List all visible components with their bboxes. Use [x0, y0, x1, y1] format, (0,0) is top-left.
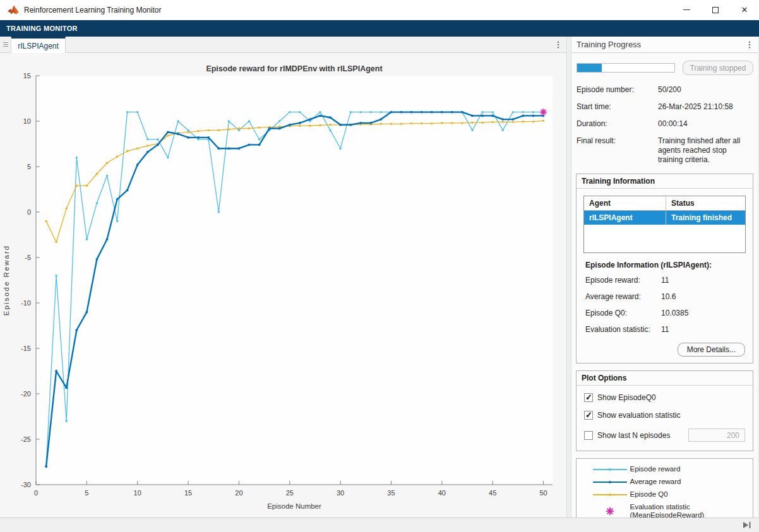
field-label: Episode number:	[577, 85, 658, 95]
field-duration: Duration: 00:00:14	[577, 119, 753, 129]
svg-text:25: 25	[286, 489, 294, 497]
field-value: Training finished after all agents reach…	[658, 136, 753, 165]
tab-label: rILSPIAgent	[18, 42, 59, 50]
svg-text:10: 10	[23, 117, 31, 125]
svg-text:Episode Reward: Episode Reward	[3, 245, 10, 316]
stat-value: 10.0385	[661, 309, 688, 317]
document-tab-bar: rILSPIAgent ⋮	[0, 37, 566, 53]
evaluation-statistic-star-icon	[605, 506, 615, 516]
field-start-time: Start time: 26-Mar-2025 21:10:58	[577, 102, 753, 112]
episode-q0-line-swatch	[593, 494, 627, 495]
svg-text:35: 35	[387, 489, 395, 497]
stat-evaluation-statistic: Evaluation statistic: 11	[585, 325, 744, 334]
legend-label: Episode Q0	[630, 490, 668, 499]
document-bar-grip[interactable]	[0, 37, 11, 52]
document-area: rILSPIAgent ⋮ Episode reward for rIMDPEn…	[0, 37, 566, 517]
option-show-evaluation-statistic[interactable]: Show evaluation statistic	[584, 411, 745, 420]
svg-text:40: 40	[438, 489, 446, 497]
legend-label: Average reward	[630, 478, 681, 486]
training-chart: Episode reward for rIMDPEnv with rILSPIA…	[0, 53, 566, 517]
svg-text:5: 5	[85, 489, 88, 497]
field-episode-number: Episode number: 50/200	[577, 85, 753, 95]
stat-label: Evaluation statistic:	[585, 325, 661, 334]
training-progress-panel: Training Progress ⋮ Training stopped Epi…	[571, 37, 758, 517]
average-reward-line-swatch	[593, 482, 627, 483]
panel-splitter[interactable]	[566, 37, 571, 517]
svg-text:-10: -10	[21, 299, 31, 307]
show-episodeq0-checkbox[interactable]	[584, 393, 593, 402]
status-cell: Training finished	[666, 211, 745, 225]
legend-item-episode-reward: Episode reward	[590, 465, 740, 473]
svg-text:Episode reward for rIMDPEnv wi: Episode reward for rIMDPEnv with rILSPIA…	[206, 64, 383, 73]
stat-label: Episode Q0:	[585, 309, 661, 317]
svg-text:0: 0	[27, 208, 31, 216]
stat-episode-reward: Episode reward: 11	[585, 276, 744, 285]
tab-rilspiagent[interactable]: rILSPIAgent	[11, 37, 66, 53]
table-empty-area	[584, 225, 745, 252]
close-icon: ✕	[741, 6, 748, 14]
stat-label: Average reward:	[585, 292, 661, 301]
section-title: Plot Options	[577, 371, 753, 386]
svg-text:0: 0	[34, 489, 38, 497]
episode-reward-line-swatch	[593, 469, 627, 470]
svg-text:45: 45	[489, 489, 496, 497]
svg-text:30: 30	[337, 489, 344, 497]
svg-text:Episode Number: Episode Number	[267, 502, 321, 510]
legend-label: Episode reward	[630, 465, 681, 473]
training-stopped-button[interactable]: Training stopped	[683, 61, 753, 75]
document-actions-kebab-icon[interactable]: ⋮	[550, 37, 566, 52]
svg-text:-20: -20	[21, 390, 31, 398]
svg-text:20: 20	[235, 489, 242, 497]
toolstrip: TRAINING MONITOR	[0, 20, 759, 37]
more-details-button[interactable]: More Details...	[678, 343, 745, 357]
skip-to-end-icon[interactable]	[743, 522, 751, 528]
n-episodes-input[interactable]	[688, 429, 745, 442]
checkbox-label: Show last N episodes	[597, 431, 670, 440]
episode-information-title: Episode Information (rILSPIAgent):	[585, 261, 744, 269]
close-button[interactable]: ✕	[730, 0, 759, 20]
matlab-logo-icon	[8, 5, 19, 15]
progress-fill	[577, 64, 602, 72]
checkbox-label: Show evaluation statistic	[597, 411, 680, 420]
legend-label: Evaluation statistic (MeanEpisodeReward)	[630, 503, 705, 517]
table-row-rilspiagent[interactable]: rILSPIAgent Training finished	[584, 211, 745, 225]
svg-text:5: 5	[27, 163, 31, 170]
toolstrip-tab-training-monitor[interactable]: TRAINING MONITOR	[6, 25, 78, 32]
option-show-episodeq0[interactable]: Show EpisodeQ0	[584, 393, 745, 402]
show-evaluation-statistic-checkbox[interactable]	[584, 411, 593, 420]
column-header-status: Status	[666, 196, 745, 210]
svg-text:50: 50	[539, 489, 547, 497]
svg-text:10: 10	[134, 489, 141, 497]
legend-item-average-reward: Average reward	[590, 478, 740, 486]
option-show-last-n-episodes[interactable]: Show last N episodes	[584, 429, 745, 442]
training-figure: Episode reward for rIMDPEnv with rILSPIA…	[0, 53, 566, 517]
stat-value: 11	[661, 325, 669, 334]
svg-text:-30: -30	[21, 481, 31, 488]
plot-options-section: Plot Options Show EpisodeQ0 Show evaluat…	[576, 370, 753, 451]
agent-cell: rILSPIAgent	[584, 211, 666, 225]
stat-value: 10.6	[661, 292, 676, 301]
agent-status-table: Agent Status rILSPIAgent Training finish…	[583, 196, 746, 253]
chart-legend: Episode reward Average reward Episode Q0	[576, 458, 753, 517]
status-bar	[0, 517, 759, 532]
svg-text:15: 15	[184, 489, 192, 497]
svg-text:-25: -25	[21, 435, 31, 443]
stat-average-reward: Average reward: 10.6	[585, 292, 744, 301]
checkbox-label: Show EpisodeQ0	[597, 393, 656, 402]
field-label: Duration:	[577, 119, 658, 129]
field-value: 50/200	[658, 85, 753, 95]
maximize-button[interactable]	[701, 0, 730, 20]
show-last-n-episodes-checkbox[interactable]	[584, 431, 593, 440]
field-value: 00:00:14	[658, 119, 753, 129]
panel-actions-kebab-icon[interactable]: ⋮	[741, 40, 758, 49]
legend-item-evaluation-statistic: Evaluation statistic (MeanEpisodeReward)	[590, 503, 740, 517]
field-label: Start time:	[577, 102, 658, 112]
svg-text:15: 15	[23, 72, 31, 80]
legend-item-episode-q0: Episode Q0	[590, 490, 740, 499]
stat-label: Episode reward:	[585, 276, 661, 285]
minimize-icon	[683, 9, 690, 10]
training-information-section: Training Information Agent Status rILSPI…	[576, 174, 753, 364]
svg-text:-15: -15	[21, 345, 31, 352]
minimize-button[interactable]	[672, 0, 701, 20]
maximize-icon	[712, 7, 719, 13]
